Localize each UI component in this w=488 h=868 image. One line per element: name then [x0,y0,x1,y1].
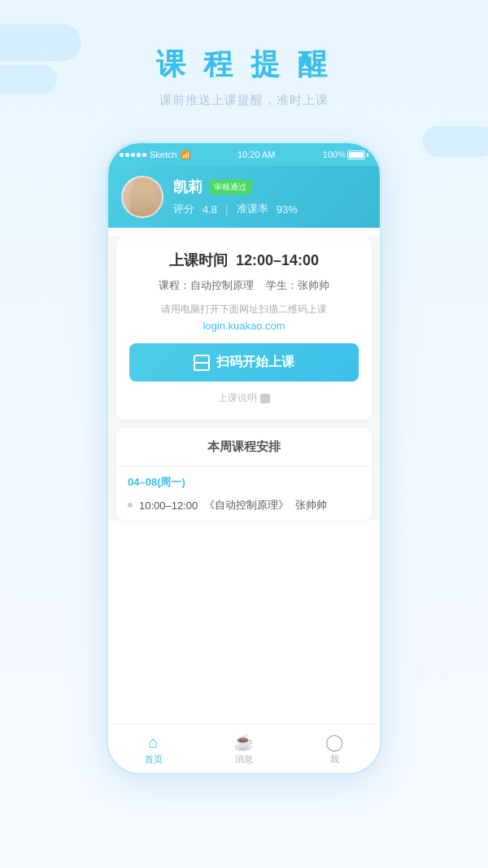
student-label: 学生： [266,279,298,291]
time-value: 12:00–14:00 [236,252,319,268]
phone-mockup: Sketch 📶 10:20 AM 100% 凯莉 [106,141,382,775]
class-card: 上课时间 12:00–14:00 课程：自动控制原理 学生：张帅帅 请用电脑打开… [116,236,372,420]
time-label: 上课时间 [169,252,228,268]
battery-indicator: 100% [323,150,368,159]
schedule-item: 10:00–12:00 《自动控制原理》 张帅帅 [116,493,372,521]
profile-info: 凯莉 审核通过 评分 4.8 | 准课率 93% [173,177,367,216]
bg-blob-1 [0,24,81,61]
battery-fill [349,152,364,158]
dot4 [137,153,141,157]
dot5 [142,153,146,157]
signal-dots [120,153,146,157]
nav-label-me: 我 [330,753,339,765]
profile-name: 凯莉 [173,177,203,197]
schedule-student: 张帅帅 [295,498,327,513]
profile-stats: 评分 4.8 | 准课率 93% [173,202,367,216]
carrier-label: Sketch [150,150,177,159]
profile-header: 凯莉 审核通过 评分 4.8 | 准课率 93% [108,166,380,228]
nav-label-home: 首页 [145,753,163,765]
scan-icon [194,355,210,371]
status-bar: Sketch 📶 10:20 AM 100% [108,143,380,166]
battery-percent: 100% [323,150,346,159]
phone-container: Sketch 📶 10:20 AM 100% 凯莉 [0,141,488,775]
nav-item-me[interactable]: ◯ 我 [290,725,380,773]
course-label: 课程： [159,279,190,291]
avatar [121,176,163,218]
class-time: 上课时间 12:00–14:00 [129,251,359,270]
person-icon: ◯ [325,732,343,752]
nav-label-message: 消息 [235,753,253,765]
stat-divider: | [225,203,229,216]
approved-badge: 审核通过 [209,180,251,194]
rating-label: 评分 [173,202,194,216]
sub-title: 课前推送上课提醒，准时上课 [0,93,488,108]
class-info: 课程：自动控制原理 学生：张帅帅 [129,278,359,293]
dot1 [120,153,124,157]
avatar-head [133,176,151,194]
scan-button-label: 扫码开始上课 [216,354,294,371]
course-value: 自动控制原理 [190,279,254,291]
bottom-nav: ⌂ 首页 ☕ 消息 ◯ 我 [108,724,380,773]
class-desc: 上课说明 [129,391,359,405]
schedule-header: 本周课程安排 [116,428,372,467]
attendance-label: 准课率 [237,202,268,216]
scan-button[interactable]: 扫码开始上课 [129,343,359,382]
qr-hint: 请用电脑打开下面网址扫描二维码上课 [129,303,359,316]
desc-icon [260,394,270,403]
dot3 [131,153,135,157]
time-display: 10:20 AM [237,150,275,159]
schedule-section: 本周课程安排 04–08(周一) 10:00–12:00 《自动控制原理》 张帅… [116,428,372,521]
attendance-value: 93% [277,203,298,216]
desc-text: 上课说明 [218,391,257,405]
rating-value: 4.8 [203,203,217,216]
schedule-dot [128,503,133,508]
scan-line [194,362,209,364]
message-icon: ☕ [233,732,254,752]
wifi-icon: 📶 [181,150,190,159]
class-link[interactable]: login.kuakao.com [129,320,359,332]
bg-blob-2 [0,65,57,94]
bg-blob-3 [423,126,488,157]
content-area: 上课时间 12:00–14:00 课程：自动控制原理 学生：张帅帅 请用电脑打开… [108,236,380,521]
battery-bar [347,150,365,159]
schedule-date: 04–08(周一) [116,467,372,493]
nav-item-home[interactable]: ⌂ 首页 [108,725,198,773]
status-left: Sketch 📶 [120,150,190,159]
schedule-course: 《自动控制原理》 [204,498,289,513]
dot2 [125,153,129,157]
battery-tip [367,153,368,157]
home-icon: ⌂ [149,733,159,752]
profile-name-row: 凯莉 审核通过 [173,177,367,197]
header-section: 课 程 提 醒 课前推送上课提醒，准时上课 [0,0,488,129]
avatar-figure [130,182,155,216]
student-value: 张帅帅 [298,279,329,291]
schedule-time: 10:00–12:00 [139,499,198,512]
nav-item-message[interactable]: ☕ 消息 [198,725,289,773]
